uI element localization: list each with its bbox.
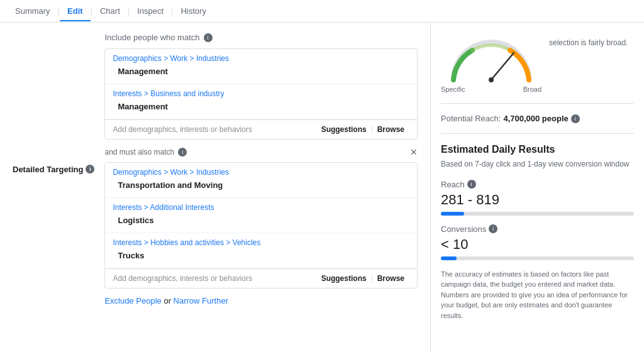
include-box-1: Demographics > Work > Industries Managem… (104, 48, 418, 140)
targeting-value-4: Logistics (113, 213, 409, 228)
include-label: Include people who match (104, 33, 199, 42)
info-icon-reach[interactable]: i (571, 114, 580, 123)
info-icon-targeting[interactable]: i (86, 165, 94, 173)
nav-summary[interactable]: Summary (8, 1, 58, 21)
targeting-item: Interests > Business and industry Manage… (105, 84, 417, 119)
right-panel: Specific Broad selection is fairly broad… (430, 23, 644, 352)
reach-value: 281 - 819 (441, 192, 634, 208)
targeting-section: Detailed Targeting i Include people who … (13, 33, 418, 305)
add-actions-1: Suggestions Browse (316, 125, 409, 134)
conversions-metric: Conversions i < 10 (441, 224, 634, 260)
info-icon-conversions-metric[interactable]: i (489, 224, 497, 233)
gauge-section: Specific Broad selection is fairly broad… (441, 33, 634, 104)
gauge-visual: Specific Broad (441, 33, 541, 93)
targeting-value-3: Transportation and Moving (113, 178, 409, 192)
breadcrumb-2: Interests > Business and industry (113, 89, 409, 98)
narrow-further-link[interactable]: Narrow Further (174, 296, 228, 305)
top-nav: Summary | Edit | Chart | Inspect | Histo… (0, 0, 644, 23)
add-placeholder-1: Add demographics, interests or behaviors (113, 125, 316, 134)
potential-reach-value: 4,700,000 people (503, 114, 568, 123)
must-match-header: and must also match i ✕ (104, 147, 418, 157)
nav-edit[interactable]: Edit (60, 1, 91, 21)
add-row-2: Add demographics, interests or behaviors… (105, 268, 417, 288)
info-icon-include[interactable]: i (204, 33, 213, 42)
browse-btn-1[interactable]: Browse (372, 125, 409, 134)
breadcrumb-3: Demographics > Work > Industries (113, 168, 409, 177)
breadcrumb-4: Interests > Additional Interests (113, 203, 409, 212)
include-box-2: Demographics > Work > Industries Transpo… (104, 162, 418, 289)
reach-bar-track (441, 212, 634, 216)
estimated-results: Estimated Daily Results Based on 7-day c… (441, 144, 634, 321)
info-icon-must-match[interactable]: i (178, 148, 187, 157)
or-text: or (164, 296, 173, 305)
browse-btn-2[interactable]: Browse (372, 274, 409, 283)
breadcrumb-1: Demographics > Work > Industries (113, 54, 409, 63)
suggestions-btn-1[interactable]: Suggestions (316, 125, 372, 134)
gauge-status-text: selection is fairly broad. (549, 33, 634, 48)
gauge-chart (441, 33, 541, 83)
targeting-item: Demographics > Work > Industries Managem… (105, 49, 417, 84)
targeting-value-5: Trucks (113, 248, 409, 263)
suggestions-btn-2[interactable]: Suggestions (316, 274, 372, 283)
reach-bar-fill (441, 212, 464, 216)
bottom-links: Exclude People or Narrow Further (104, 296, 418, 305)
conversions-bar-fill (441, 256, 457, 260)
targeting-item: Interests > Additional Interests Logisti… (105, 198, 417, 233)
targeting-item: Interests > Hobbies and activities > Veh… (105, 233, 417, 268)
potential-reach: Potential Reach: 4,700,000 people i (441, 114, 634, 134)
nav-inspect[interactable]: Inspect (130, 1, 171, 21)
estimated-title: Estimated Daily Results (441, 144, 634, 155)
info-icon-reach-metric[interactable]: i (467, 180, 476, 189)
reach-metric: Reach i 281 - 819 (441, 180, 634, 216)
add-actions-2: Suggestions Browse (316, 274, 409, 283)
potential-reach-label: Potential Reach: (441, 114, 501, 123)
close-must-match-button[interactable]: ✕ (410, 147, 418, 157)
broad-label: Broad (523, 85, 541, 93)
reach-label: Reach i (441, 180, 634, 189)
svg-line-0 (491, 53, 514, 80)
main-layout: Detailed Targeting i Include people who … (0, 23, 644, 352)
disclaimer-text: The accuracy of estimates is based on fa… (441, 269, 634, 321)
gauge-labels: Specific Broad (441, 85, 541, 93)
conversions-bar-track (441, 256, 634, 260)
conversions-label: Conversions i (441, 224, 634, 234)
svg-point-1 (489, 77, 494, 82)
targeting-value-1: Management (113, 64, 409, 79)
must-match-label: and must also match (104, 148, 174, 157)
breadcrumb-5: Interests > Hobbies and activities > Veh… (113, 238, 409, 247)
targeting-item: Demographics > Work > Industries Transpo… (105, 163, 417, 198)
exclude-people-link[interactable]: Exclude People (104, 296, 161, 305)
conversions-value: < 10 (441, 236, 634, 253)
nav-history[interactable]: History (173, 1, 213, 21)
left-panel: Detailed Targeting i Include people who … (0, 23, 430, 352)
estimated-subtitle: Based on 7-day click and 1-day view conv… (441, 159, 634, 170)
detailed-targeting-label: Detailed Targeting i (13, 33, 94, 305)
targeting-value-2: Management (113, 99, 409, 114)
add-row-1: Add demographics, interests or behaviors… (105, 119, 417, 139)
section-header: Detailed Targeting i Include people who … (13, 33, 418, 305)
add-placeholder-2: Add demographics, interests or behaviors (113, 274, 316, 283)
specific-label: Specific (441, 85, 465, 93)
nav-chart[interactable]: Chart (92, 1, 128, 21)
